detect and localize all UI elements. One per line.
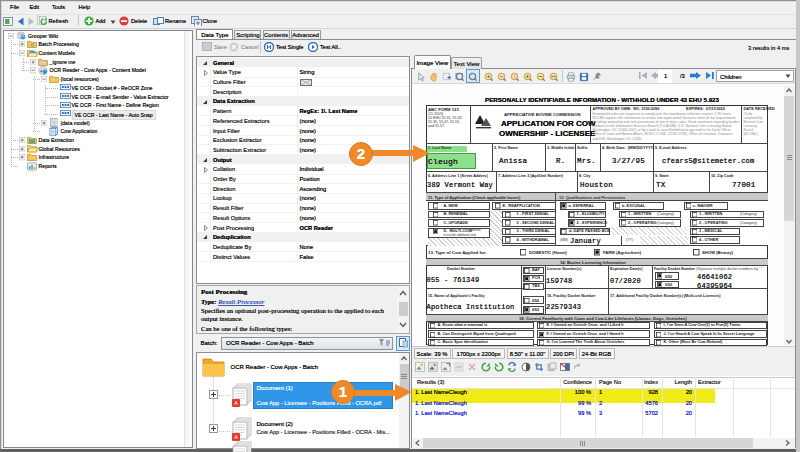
svg-text:A: A [234, 434, 238, 440]
svg-text:A: A [234, 400, 238, 406]
